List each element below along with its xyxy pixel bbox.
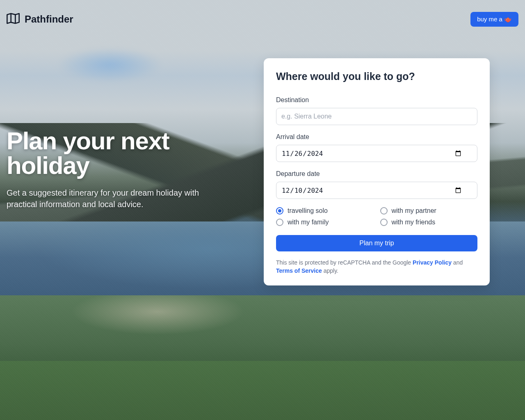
radio-partner[interactable]: with my partner xyxy=(380,207,478,215)
radio-solo-input[interactable] xyxy=(276,207,283,215)
legal-text: This site is protected by reCAPTCHA and … xyxy=(276,259,477,275)
brand-name: Pathfinder xyxy=(25,14,73,25)
legal-mid: and xyxy=(452,259,463,266)
travel-type-radios: travelling solo with my partner with my … xyxy=(276,207,477,226)
arrival-field: Arrival date xyxy=(276,133,477,162)
plan-trip-button[interactable]: Plan my trip xyxy=(276,235,477,251)
radio-friends[interactable]: with my friends xyxy=(380,219,478,226)
destination-field: Destination xyxy=(276,96,477,125)
privacy-policy-link[interactable]: Privacy Policy xyxy=(413,259,452,266)
departure-label: Departure date xyxy=(276,170,477,178)
map-icon xyxy=(7,12,20,27)
radio-partner-input[interactable] xyxy=(380,207,388,215)
legal-suffix: apply. xyxy=(322,267,338,274)
bg-sky xyxy=(57,45,189,94)
arrival-date-input[interactable] xyxy=(276,145,477,162)
brand[interactable]: Pathfinder xyxy=(7,12,73,27)
radio-friends-label: with my friends xyxy=(392,219,436,226)
svg-marker-0 xyxy=(7,14,19,23)
radio-friends-input[interactable] xyxy=(380,219,388,226)
hero-title: Plan your next holiday xyxy=(7,129,253,178)
buy-me-a-coffee-button[interactable]: buy me a 🫖 xyxy=(470,12,518,27)
hero-subtitle: Get a suggested itinerary for your dream… xyxy=(7,187,228,210)
trip-form-card: Where would you like to go? Destination … xyxy=(264,58,490,285)
radio-family-input[interactable] xyxy=(276,219,283,226)
form-heading: Where would you like to go? xyxy=(276,71,477,82)
radio-solo-label: travelling solo xyxy=(288,207,328,215)
radio-family-label: with my family xyxy=(288,219,329,226)
departure-field: Departure date xyxy=(276,170,477,199)
destination-input[interactable] xyxy=(276,108,477,125)
radio-solo[interactable]: travelling solo xyxy=(276,207,374,215)
departure-date-input[interactable] xyxy=(276,182,477,199)
radio-partner-label: with my partner xyxy=(392,207,436,215)
radio-family[interactable]: with my family xyxy=(276,219,374,226)
terms-of-service-link[interactable]: Terms of Service xyxy=(276,267,322,274)
hero: Plan your next holiday Get a suggested i… xyxy=(7,129,253,210)
bg-foreground xyxy=(0,361,525,420)
arrival-label: Arrival date xyxy=(276,133,477,141)
header: Pathfinder buy me a 🫖 xyxy=(0,0,525,39)
legal-prefix: This site is protected by reCAPTCHA and … xyxy=(276,259,413,266)
destination-label: Destination xyxy=(276,96,477,104)
